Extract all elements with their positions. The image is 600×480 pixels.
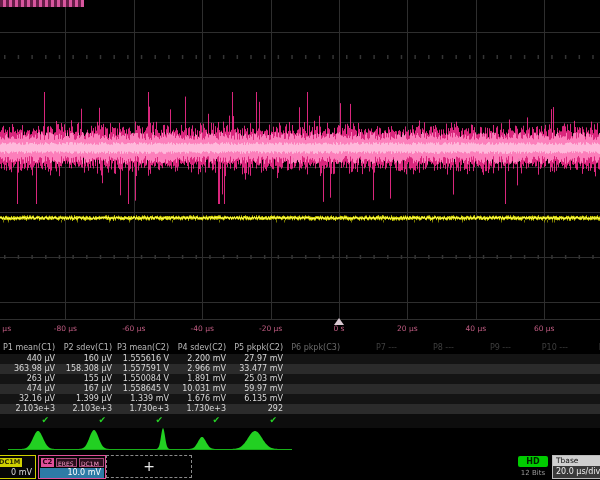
measurement-value: 160 µV — [57, 354, 114, 364]
top-left-status-strip — [0, 0, 84, 7]
measurement-header[interactable]: P2 sdev(C1) — [57, 341, 114, 354]
time-axis-label: -80 µs — [35, 324, 95, 333]
measurement-value: 25.03 mV — [228, 374, 285, 384]
measurement-value — [399, 374, 456, 384]
timebase-label: Tbase — [553, 456, 600, 466]
measurement-value: 1.399 µV — [57, 394, 114, 404]
measurement-column-5: P5 pkpk(C2)27.97 mV33.477 mV25.03 mV59.9… — [228, 341, 285, 428]
measurement-value: 1.557591 V — [114, 364, 171, 374]
measurement-value: 2.966 mV — [171, 364, 228, 374]
measurement-column-8: P8 --- — [399, 341, 456, 428]
add-trace-button[interactable]: + — [106, 455, 192, 478]
measurement-value — [456, 374, 513, 384]
measurement-value: 1.730e+3 — [171, 404, 228, 414]
oscilloscope-screen: -100 µs-80 µs-60 µs-40 µs-20 µs0 s20 µs4… — [0, 0, 600, 480]
measurement-value — [570, 354, 600, 364]
bottom-bar: DC1M 0 mV C2 ERES DC1M 10.0 mV + HD 12 B… — [0, 452, 600, 480]
c2-scale-value: 10.0 mV — [67, 468, 101, 478]
measurement-value — [285, 404, 342, 414]
measurement-value: 32.16 µV — [0, 394, 57, 404]
measurement-value: 33.477 mV — [228, 364, 285, 374]
measurement-value — [342, 394, 399, 404]
measurement-value — [570, 374, 600, 384]
timebase-value: 20.0 µs/div — [553, 466, 600, 478]
measurement-value: 263 µV — [0, 374, 57, 384]
measurement-value: 363.98 µV — [0, 364, 57, 374]
time-axis-label: -60 µs — [104, 324, 164, 333]
measurement-value: 59.97 mV — [228, 384, 285, 394]
measurement-value — [456, 404, 513, 414]
measurement-value — [285, 354, 342, 364]
c2-coupling-badge: DC1M — [79, 458, 104, 467]
time-axis-label: -40 µs — [172, 324, 232, 333]
c2-label: C2 — [41, 458, 54, 467]
c1-coupling-badge: DC1M — [0, 458, 22, 467]
measurement-columns: P1 mean(C1)440 µV363.98 µV263 µV474 µV32… — [0, 341, 600, 428]
histicon-strip[interactable] — [0, 426, 600, 451]
measurement-value — [513, 394, 570, 404]
measurement-value — [513, 374, 570, 384]
measurement-value — [399, 384, 456, 394]
measurement-value — [399, 404, 456, 414]
measurement-value: 155 µV — [57, 374, 114, 384]
measurement-value: 292 — [228, 404, 285, 414]
c1-scale-value: 0 mV — [11, 468, 32, 477]
channel-c1-descriptor[interactable]: DC1M 0 mV — [0, 455, 36, 479]
measurement-value — [513, 384, 570, 394]
measurement-value — [285, 374, 342, 384]
measurement-value — [570, 364, 600, 374]
measurement-value — [399, 364, 456, 374]
measurement-value — [513, 404, 570, 414]
measurement-column-7: P7 --- — [342, 341, 399, 428]
measurement-value: 2.103e+3 — [57, 404, 114, 414]
time-axis-label: -100 µs — [0, 324, 27, 333]
measurement-header[interactable]: P7 --- — [342, 341, 399, 354]
measurement-value — [456, 354, 513, 364]
measurement-value — [342, 364, 399, 374]
measurement-value — [570, 404, 600, 414]
measurement-value — [285, 384, 342, 394]
measurement-header[interactable]: P9 --- — [456, 341, 513, 354]
measurement-header[interactable]: P8 --- — [399, 341, 456, 354]
trigger-position-marker[interactable] — [334, 318, 344, 325]
measurement-value — [456, 364, 513, 374]
measurement-value: 167 µV — [57, 384, 114, 394]
channel-c2-descriptor[interactable]: C2 ERES DC1M 10.0 mV — [38, 455, 106, 479]
measurement-header[interactable]: P11 --- — [570, 341, 600, 354]
time-axis: -100 µs-80 µs-60 µs-40 µs-20 µs0 s20 µs4… — [0, 320, 600, 340]
measurement-value: 27.97 mV — [228, 354, 285, 364]
measurement-value — [456, 394, 513, 404]
measurement-header[interactable]: P3 mean(C2) — [114, 341, 171, 354]
measurement-value: 158.308 µV — [57, 364, 114, 374]
time-axis-label: -20 µs — [241, 324, 301, 333]
measurement-value — [399, 354, 456, 364]
measurement-value — [513, 354, 570, 364]
measurement-value — [570, 394, 600, 404]
measurement-value: 1.550084 V — [114, 374, 171, 384]
measurement-value: 1.676 mV — [171, 394, 228, 404]
measurement-column-10: P10 --- — [513, 341, 570, 428]
measurement-value: 1.555616 V — [114, 354, 171, 364]
hd-mode-badge[interactable]: HD — [518, 456, 548, 467]
measurement-column-9: P9 --- — [456, 341, 513, 428]
measurement-header[interactable]: P4 sdev(C2) — [171, 341, 228, 354]
measurement-column-11: P11 --- — [570, 341, 600, 428]
measurement-value — [342, 354, 399, 364]
measurement-value: 2.103e+3 — [0, 404, 57, 414]
measurement-header[interactable]: P5 pkpk(C2) — [228, 341, 285, 354]
plus-icon: + — [107, 458, 191, 474]
measurement-header[interactable]: P6 pkpk(C3) — [285, 341, 342, 354]
measurement-value — [570, 384, 600, 394]
measurement-header[interactable]: P1 mean(C1) — [0, 341, 57, 354]
measurement-header[interactable]: P10 --- — [513, 341, 570, 354]
timebase-descriptor[interactable]: Tbase 20.0 µs/div — [552, 455, 600, 479]
measurement-value — [456, 384, 513, 394]
time-axis-label: 40 µs — [446, 324, 506, 333]
measurement-value: 1.891 mV — [171, 374, 228, 384]
c2-scale-strip: 10.0 mV — [40, 468, 104, 478]
measurement-column-3: P3 mean(C2)1.555616 V1.557591 V1.550084 … — [114, 341, 171, 428]
measurement-value: 2.200 mV — [171, 354, 228, 364]
c2-eres-badge: ERES — [56, 458, 77, 467]
measurement-column-1: P1 mean(C1)440 µV363.98 µV263 µV474 µV32… — [0, 341, 57, 428]
waveform-grid-canvas[interactable] — [0, 0, 600, 322]
